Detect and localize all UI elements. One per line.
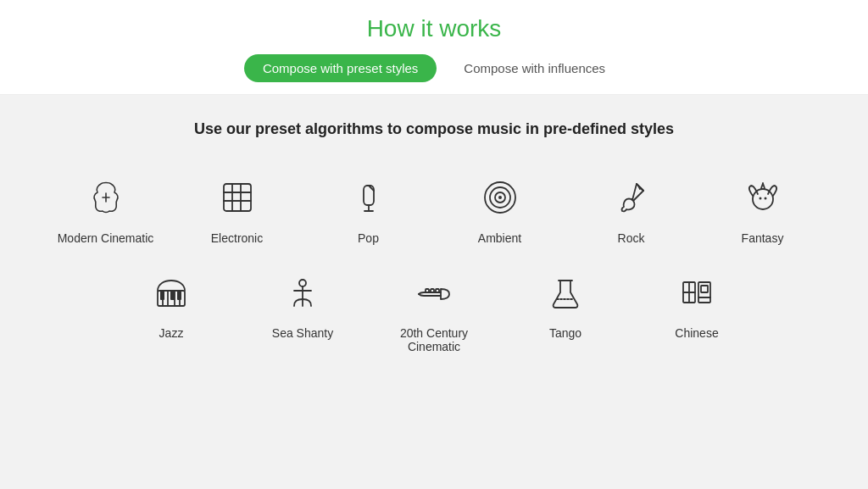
section-subtitle: Use our preset algorithms to compose mus…: [34, 120, 834, 138]
genre-sea-shanty[interactable]: Sea Shanty: [237, 258, 369, 358]
genre-label: Rock: [618, 231, 645, 245]
genre-pop[interactable]: Pop: [303, 164, 434, 250]
svg-rect-29: [426, 289, 429, 292]
genre-label: Jazz: [159, 326, 184, 340]
genre-label: 20th Century Cinematic: [377, 326, 492, 353]
genre-label: Electronic: [211, 231, 263, 245]
svg-point-26: [299, 280, 306, 286]
trumpet-icon: [409, 267, 459, 318]
piano-icon: [146, 267, 197, 318]
genre-row-1: Modern Cinematic Electronic: [34, 164, 834, 250]
svg-rect-37: [701, 286, 708, 292]
genres-grid: Modern Cinematic Electronic: [34, 164, 834, 358]
svg-rect-23: [160, 291, 164, 300]
vinyl-icon: [475, 172, 526, 223]
genre-modern-cinematic[interactable]: Modern Cinematic: [40, 164, 171, 250]
genre-fantasy[interactable]: Fantasy: [697, 164, 828, 250]
svg-rect-31: [436, 289, 439, 292]
violin-icon: [81, 172, 131, 223]
genre-rock[interactable]: Rock: [565, 164, 697, 250]
genre-row-2: Jazz Sea Shanty: [34, 258, 834, 358]
genre-chinese[interactable]: Chinese: [632, 258, 763, 358]
svg-point-11: [498, 196, 502, 199]
dragon-icon: [737, 172, 788, 223]
svg-rect-25: [177, 291, 181, 300]
genre-20th-century-cinematic[interactable]: 20th Century Cinematic: [369, 258, 500, 358]
svg-point-17: [764, 197, 766, 200]
svg-rect-24: [170, 291, 175, 300]
svg-point-15: [753, 189, 773, 209]
genre-electronic[interactable]: Electronic: [171, 164, 303, 250]
genre-label: Fantasy: [742, 231, 784, 245]
genre-label: Chinese: [675, 326, 718, 340]
tango-icon: [540, 267, 591, 318]
anchor-icon: [277, 267, 328, 318]
grid-icon: [212, 172, 263, 223]
genre-jazz[interactable]: Jazz: [106, 258, 237, 358]
chinese-icon: [671, 267, 722, 318]
genre-ambient[interactable]: Ambient: [434, 164, 565, 250]
tab-preset[interactable]: Compose with preset styles: [244, 54, 437, 82]
main-content: Use our preset algorithms to compose mus…: [0, 95, 868, 489]
genre-label: Pop: [358, 231, 379, 245]
svg-rect-2: [224, 184, 251, 211]
microphone-icon: [343, 172, 394, 223]
guitar-icon: [606, 172, 657, 223]
page-title: How it works: [0, 15, 868, 42]
tab-influences[interactable]: Compose with influences: [445, 54, 624, 82]
genre-label: Modern Cinematic: [58, 231, 154, 245]
tab-bar: Compose with preset styles Compose with …: [0, 54, 868, 82]
svg-rect-30: [431, 289, 434, 292]
genre-tango[interactable]: Tango: [500, 258, 632, 358]
genre-label: Sea Shanty: [272, 326, 333, 340]
genre-label: Ambient: [478, 231, 521, 245]
svg-point-16: [759, 197, 761, 200]
genre-label: Tango: [549, 326, 581, 340]
